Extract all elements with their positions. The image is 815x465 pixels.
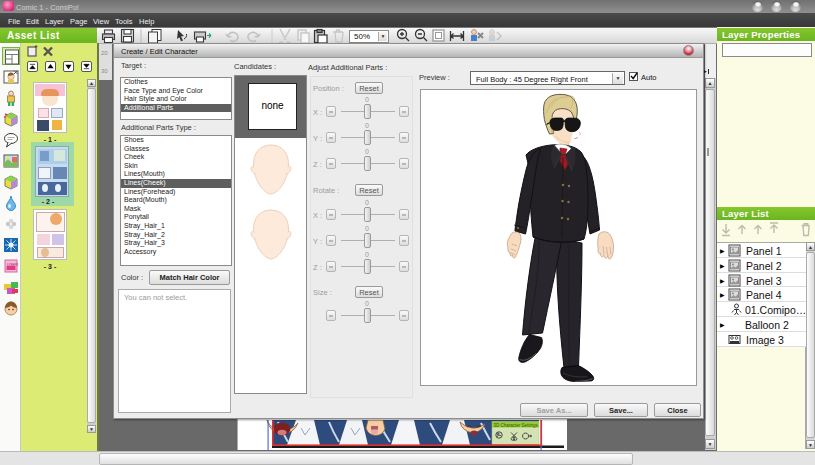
svg-text:3D Character Settings: 3D Character Settings xyxy=(494,423,539,428)
svg-text:USER: USER xyxy=(7,262,18,267)
